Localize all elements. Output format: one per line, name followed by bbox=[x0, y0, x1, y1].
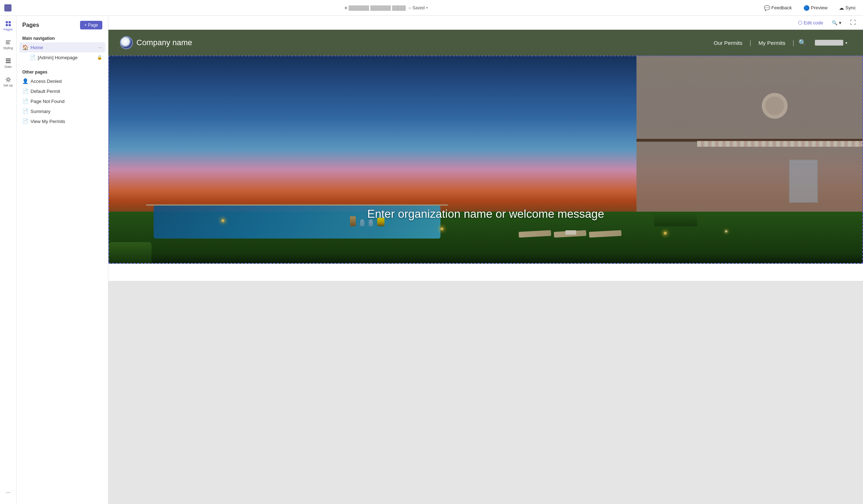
nav-our-permits[interactable]: Our Permits bbox=[706, 30, 750, 56]
page-icon-summary: 📄 bbox=[22, 108, 28, 114]
add-page-button[interactable]: + Page bbox=[80, 21, 102, 29]
app-icon bbox=[4, 4, 11, 11]
styling-icon bbox=[5, 39, 11, 46]
pages-icon bbox=[5, 20, 11, 27]
main-navigation-label: Main navigation bbox=[19, 33, 105, 42]
site-logo: Company name bbox=[120, 36, 192, 49]
setup-icon-label: Set up bbox=[3, 84, 13, 87]
preview-button[interactable]: 🔵 Preview bbox=[801, 4, 830, 12]
doc-name: ■ ▓▓▓▓▓▓ ▓▓▓▓▓▓ ▓▓▓▓ bbox=[345, 5, 406, 10]
pages-panel-content: Main navigation 🏠 Home ··· 📄 [Admin] Hom… bbox=[17, 33, 108, 504]
other-pages-label: Other pages bbox=[19, 67, 105, 76]
page-item-page-not-found-label: Page Not Found bbox=[31, 99, 102, 104]
top-bar-left bbox=[4, 4, 11, 11]
top-bar: ■ ▓▓▓▓▓▓ ▓▓▓▓▓▓ ▓▓▓▓ – Saved ▾ 💬 Feedbac… bbox=[0, 0, 863, 16]
vscode-icon: ⬡ bbox=[798, 20, 802, 25]
top-bar-center: ■ ▓▓▓▓▓▓ ▓▓▓▓▓▓ ▓▓▓▓ – Saved ▾ bbox=[345, 5, 428, 10]
page-icon-admin: 📄 bbox=[29, 55, 36, 60]
page-item-access-denied-label: Access Denied bbox=[31, 79, 102, 84]
svg-rect-8 bbox=[6, 60, 11, 61]
page-item-home-actions: ··· bbox=[98, 44, 102, 50]
page-item-home-label: Home bbox=[31, 45, 96, 50]
svg-rect-3 bbox=[9, 24, 11, 26]
hero-welcome-text[interactable]: Enter organization name or welcome messa… bbox=[108, 207, 863, 221]
canvas-frame: Company name Our Permits | My Permits | … bbox=[108, 30, 863, 281]
svg-rect-2 bbox=[6, 24, 8, 26]
pages-panel-header: Pages + Page bbox=[17, 16, 108, 33]
page-item-summary-label: Summary bbox=[31, 109, 102, 114]
fullscreen-button[interactable]: ⛶ bbox=[847, 18, 859, 27]
page-item-page-not-found[interactable]: 📄 Page Not Found bbox=[19, 96, 105, 106]
svg-rect-4 bbox=[6, 41, 11, 41]
setup-icon bbox=[5, 76, 11, 83]
nav-my-permits[interactable]: My Permits bbox=[751, 30, 793, 56]
pages-panel-title: Pages bbox=[22, 22, 39, 28]
chevron-down-zoom-icon: ▾ bbox=[839, 20, 841, 25]
chevron-down-icon[interactable]: ▾ bbox=[426, 6, 428, 10]
edit-code-button[interactable]: ⬡ Edit code bbox=[795, 18, 826, 27]
lock-icon: 🔒 bbox=[97, 55, 102, 60]
canvas-toolbar: ⬡ Edit code 🔍 ▾ ⛶ bbox=[108, 16, 863, 30]
hero-section[interactable]: Enter organization name or welcome messa… bbox=[108, 56, 863, 264]
saved-label: Saved bbox=[412, 5, 425, 10]
feedback-icon: 💬 bbox=[764, 5, 770, 11]
styling-icon-label: Styling bbox=[3, 46, 13, 50]
data-icon bbox=[5, 58, 11, 64]
icon-sidebar: Pages Styling Data Set up bbox=[0, 16, 17, 504]
page-item-default-permit-label: Default Permit bbox=[31, 89, 102, 94]
page-item-home[interactable]: 🏠 Home ··· bbox=[19, 42, 105, 52]
svg-rect-1 bbox=[9, 21, 11, 23]
site-header: Company name Our Permits | My Permits | … bbox=[108, 30, 863, 56]
person-icon-access: 👤 bbox=[22, 78, 28, 84]
user-chevron-icon: ▾ bbox=[845, 41, 847, 45]
site-nav: Our Permits | My Permits | 🔍 [User Name]… bbox=[706, 30, 852, 56]
zoom-controls: 🔍 ▾ bbox=[829, 19, 844, 27]
sidebar-item-pages[interactable]: Pages bbox=[1, 17, 15, 34]
more-icon: ··· bbox=[6, 489, 10, 496]
user-name: [User Name] bbox=[815, 40, 843, 46]
sync-button[interactable]: ☁ Sync bbox=[836, 4, 859, 12]
feedback-label: Feedback bbox=[771, 5, 792, 10]
canvas-scroll[interactable]: Company name Our Permits | My Permits | … bbox=[108, 30, 863, 504]
sync-icon: ☁ bbox=[839, 5, 844, 11]
page-icon-view-permits: 📄 bbox=[22, 118, 28, 124]
zoom-button[interactable]: 🔍 ▾ bbox=[829, 19, 844, 27]
saved-badge: – Saved ▾ bbox=[409, 5, 428, 10]
svg-rect-0 bbox=[6, 21, 8, 23]
svg-rect-6 bbox=[6, 43, 10, 44]
page-item-home-more[interactable]: ··· bbox=[98, 44, 102, 50]
page-item-admin-label: [Admin] Homepage bbox=[38, 55, 95, 60]
page-item-admin-homepage[interactable]: 📄 [Admin] Homepage 🔒 bbox=[19, 52, 105, 62]
zoom-icon: 🔍 bbox=[832, 20, 838, 25]
page-item-view-my-permits-label: View My Permits bbox=[31, 119, 102, 124]
sidebar-item-setup[interactable]: Set up bbox=[1, 73, 15, 90]
hero-overlay bbox=[108, 56, 863, 264]
canvas-area: ⬡ Edit code 🔍 ▾ ⛶ C bbox=[108, 16, 863, 504]
top-bar-right: 💬 Feedback 🔵 Preview ☁ Sync bbox=[761, 4, 859, 12]
sidebar-item-styling[interactable]: Styling bbox=[1, 36, 15, 53]
home-icon: 🏠 bbox=[22, 44, 28, 50]
site-logo-icon bbox=[120, 36, 133, 49]
fullscreen-icon: ⛶ bbox=[850, 19, 856, 26]
search-icon[interactable]: 🔍 bbox=[794, 39, 811, 47]
preview-label: Preview bbox=[811, 5, 827, 10]
svg-rect-9 bbox=[6, 62, 11, 63]
page-item-view-my-permits[interactable]: 📄 View My Permits bbox=[19, 116, 105, 126]
main-layout: Pages Styling Data Set up bbox=[0, 16, 863, 504]
svg-point-10 bbox=[7, 79, 9, 81]
page-item-default-permit[interactable]: 📄 Default Permit bbox=[19, 86, 105, 96]
sidebar-more[interactable]: ··· bbox=[1, 484, 15, 501]
pages-panel: Pages + Page Main navigation 🏠 Home ··· … bbox=[17, 16, 108, 504]
user-menu[interactable]: [User Name] ▾ bbox=[811, 40, 852, 46]
preview-icon: 🔵 bbox=[803, 5, 810, 11]
pages-icon-label: Pages bbox=[4, 28, 13, 31]
page-icon-not-found: 📄 bbox=[22, 98, 28, 104]
page-item-summary[interactable]: 📄 Summary bbox=[19, 106, 105, 116]
feedback-button[interactable]: 💬 Feedback bbox=[761, 4, 795, 12]
site-logo-name: Company name bbox=[136, 38, 192, 47]
data-icon-label: Data bbox=[5, 65, 11, 69]
sidebar-item-data[interactable]: Data bbox=[1, 55, 15, 72]
sync-label: Sync bbox=[845, 5, 856, 10]
page-item-access-denied[interactable]: 👤 Access Denied bbox=[19, 76, 105, 86]
edit-code-label: Edit code bbox=[804, 20, 823, 25]
